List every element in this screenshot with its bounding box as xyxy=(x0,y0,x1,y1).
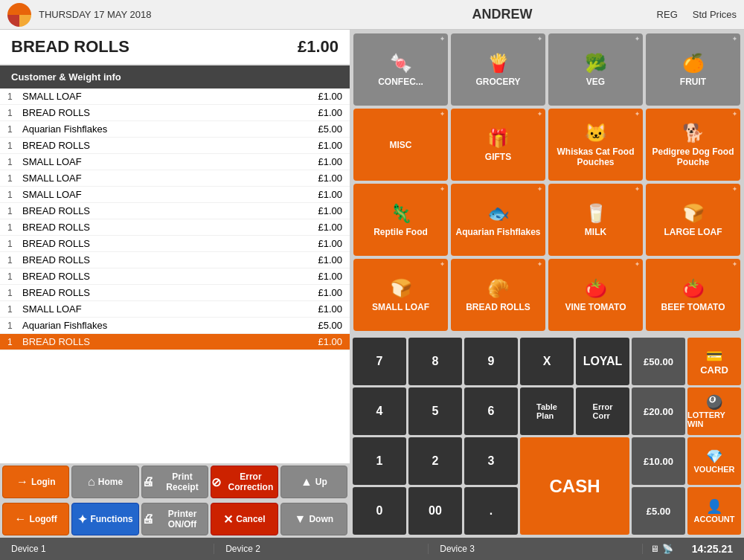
product-button[interactable]: ✦ 🥐 BREAD ROLLS xyxy=(451,259,545,331)
product-button[interactable]: ✦ 🍟 GROCERY xyxy=(451,33,545,106)
item-price: £5.00 xyxy=(318,123,342,135)
header-date: THURSDAY 17 MAY 2018 xyxy=(39,9,347,20)
item-price: £1.00 xyxy=(318,140,342,151)
prod-icon: 🍊 xyxy=(682,53,705,74)
numpad-key[interactable]: 3 xyxy=(464,437,518,485)
prod-label: GIFTS xyxy=(485,152,511,162)
item-name: BREAD ROLLS xyxy=(22,238,318,249)
numpad-key[interactable]: 4 xyxy=(353,387,406,435)
list-item[interactable]: 1 BREAD ROLLS £1.00 xyxy=(0,236,350,252)
print-receipt-button[interactable]: 🖨 Print Receipt xyxy=(141,466,208,498)
login-button[interactable]: → Login xyxy=(2,466,69,498)
list-item[interactable]: 1 SMALL LOAF £1.00 xyxy=(0,187,350,203)
prod-label: VEG xyxy=(586,77,605,87)
list-item[interactable]: 1 SMALL LOAF £1.00 xyxy=(0,88,350,105)
product-button[interactable]: ✦ 🐟 Aquarian Fishflakes xyxy=(451,184,545,256)
numpad-key[interactable]: 👤ACCOUNT xyxy=(687,487,741,535)
item-name: SMALL LOAF xyxy=(22,189,318,200)
numpad-key[interactable]: 6 xyxy=(464,387,518,435)
home-button[interactable]: ⌂ Home xyxy=(71,466,138,498)
prod-label: VINE TOMATO xyxy=(565,302,626,312)
item-price: £1.00 xyxy=(318,173,342,184)
current-item-name: BREAD ROLLS xyxy=(11,37,129,57)
numpad-key[interactable]: 8 xyxy=(408,338,462,385)
printer-onoff-button[interactable]: 🖨 Printer ON/Off xyxy=(141,503,208,535)
product-button[interactable]: ✦ 🐱 Whiskas Cat Food Pouches xyxy=(548,109,643,181)
numpad-key[interactable]: 💳CARD xyxy=(687,338,741,385)
header-user: ANDREW xyxy=(347,7,656,22)
list-item[interactable]: 1 Aquarian Fishflakes £5.00 xyxy=(0,121,350,138)
prod-corner-icon: ✦ xyxy=(732,111,737,118)
numpad-key[interactable]: TablePlan xyxy=(520,387,574,435)
list-item[interactable]: 1 BREAD ROLLS £1.00 xyxy=(0,334,350,350)
cancel-button[interactable]: ✕ Cancel xyxy=(211,503,278,535)
product-button[interactable]: ✦ 🍬 CONFEC... xyxy=(353,33,448,106)
item-name: BREAD ROLLS xyxy=(22,287,318,298)
product-button[interactable]: ✦ 🍊 FRUIT xyxy=(646,33,740,106)
product-button[interactable]: ✦ 🥦 VEG xyxy=(548,33,643,106)
numpad-key[interactable]: 1 xyxy=(353,437,406,485)
voucher-icon: 💎 xyxy=(706,448,722,465)
status-device2: Device 2 xyxy=(214,544,429,554)
voucher-label: VOUCHER xyxy=(693,465,734,474)
prod-icon: 🥛 xyxy=(585,203,607,224)
list-item[interactable]: 1 Aquarian Fishflakes £5.00 xyxy=(0,318,350,334)
list-item[interactable]: 1 BREAD ROLLS £1.00 xyxy=(0,268,350,285)
item-qty: 1 xyxy=(7,190,22,200)
product-button[interactable]: ✦ 🥛 MILK xyxy=(548,184,643,256)
product-button[interactable]: ✦ 🍞 SMALL LOAF xyxy=(353,259,448,331)
numpad-key[interactable]: 2 xyxy=(408,437,462,485)
numpad-key[interactable]: £50.00 xyxy=(632,338,685,385)
item-qty: 1 xyxy=(7,255,22,265)
list-item[interactable]: 1 SMALL LOAF £1.00 xyxy=(0,170,350,187)
prod-icon: 🦎 xyxy=(390,203,412,224)
product-button[interactable]: ✦ 🍅 BEEF TOMATO xyxy=(646,259,740,331)
numpad-key[interactable]: 5 xyxy=(408,387,462,435)
list-item[interactable]: 1 BREAD ROLLS £1.00 xyxy=(0,219,350,236)
down-label: Down xyxy=(309,514,333,524)
numpad-key[interactable]: 💎VOUCHER xyxy=(687,437,741,485)
prod-icon: 🍅 xyxy=(682,278,705,299)
list-item[interactable]: 1 BREAD ROLLS £1.00 xyxy=(0,252,350,268)
error-correction-button[interactable]: ⊘ Error Correction xyxy=(211,466,278,498)
numpad-key[interactable]: £10.00 xyxy=(632,437,685,485)
numpad-key[interactable]: £5.00 xyxy=(632,487,685,535)
product-button[interactable]: ✦ 🍅 VINE TOMATO xyxy=(548,259,643,331)
product-button[interactable]: ✦ MISC xyxy=(353,109,448,181)
numpad-key[interactable]: £20.00 xyxy=(632,387,685,435)
product-button[interactable]: ✦ 🍞 LARGE LOAF xyxy=(646,184,740,256)
item-qty: 1 xyxy=(7,337,22,347)
customer-bar: Customer & Weight info xyxy=(0,65,350,88)
list-item[interactable]: 1 BREAD ROLLS £1.00 xyxy=(0,285,350,301)
item-price: £1.00 xyxy=(318,91,342,102)
list-item[interactable]: 1 BREAD ROLLS £1.00 xyxy=(0,105,350,121)
numpad-key[interactable]: 🎱LOTTERY WIN xyxy=(687,387,741,435)
prod-corner-icon: ✦ xyxy=(732,36,737,42)
numpad-key[interactable]: LOYAL xyxy=(576,338,629,385)
numpad-key[interactable]: 7 xyxy=(353,338,406,385)
numpad-key[interactable]: 0 xyxy=(353,487,406,535)
items-list[interactable]: 1 SMALL LOAF £1.00 1 BREAD ROLLS £1.00 1… xyxy=(0,88,350,489)
prod-label: FRUIT xyxy=(680,77,706,87)
numpad-key[interactable]: 9 xyxy=(464,338,518,385)
functions-button[interactable]: ✦ Functions xyxy=(71,503,138,535)
numpad-key[interactable]: ErrorCorr xyxy=(576,387,629,435)
up-button[interactable]: ▲ Up xyxy=(280,466,347,498)
numpad-key[interactable]: 00 xyxy=(408,487,462,535)
numpad-key[interactable]: . xyxy=(464,487,518,535)
down-button[interactable]: ▼ Down xyxy=(280,503,347,535)
list-item[interactable]: 1 BREAD ROLLS £1.00 xyxy=(0,203,350,219)
prod-corner-icon: ✦ xyxy=(537,111,542,118)
product-button[interactable]: ✦ 🐕 Pedigree Dog Food Pouche xyxy=(646,109,740,181)
numpad-key[interactable]: X xyxy=(520,338,574,385)
product-button[interactable]: ✦ 🎁 GIFTS xyxy=(451,109,545,181)
up-icon: ▲ xyxy=(301,475,312,489)
logoff-button[interactable]: ← Logoff xyxy=(2,503,69,535)
list-item[interactable]: 1 SMALL LOAF £1.00 xyxy=(0,301,350,318)
list-item[interactable]: 1 BREAD ROLLS £1.00 xyxy=(0,138,350,154)
list-item[interactable]: 1 SMALL LOAF £1.00 xyxy=(0,154,350,170)
cash-button[interactable]: CASH xyxy=(520,437,629,535)
product-button[interactable]: ✦ 🦎 Reptile Food xyxy=(353,184,448,256)
card-label: CARD xyxy=(700,364,728,376)
item-qty: 1 xyxy=(7,271,22,282)
